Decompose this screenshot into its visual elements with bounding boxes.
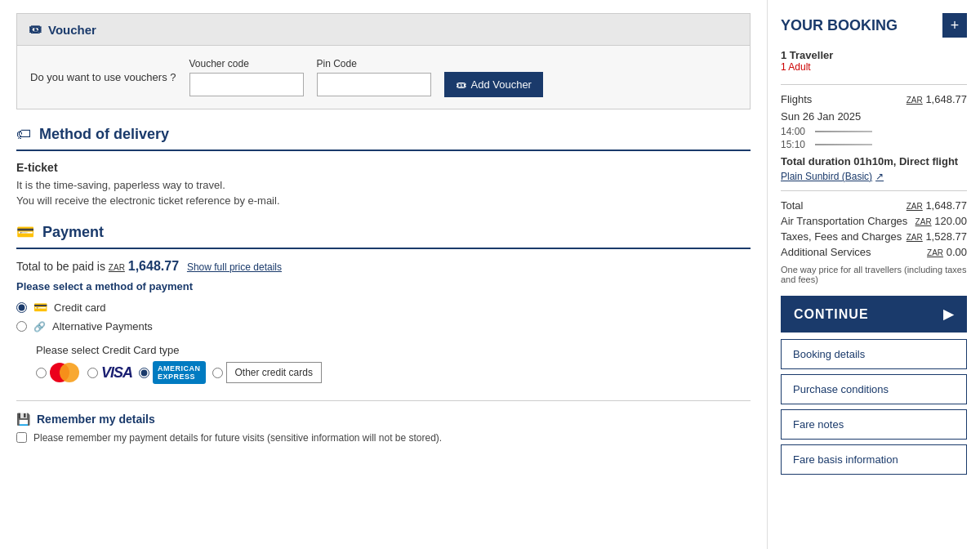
voucher-section: 🎟 Voucher Do you want to use vouchers ? … <box>16 13 751 109</box>
add-voucher-button[interactable]: 🎟 Add Voucher <box>444 72 543 97</box>
delivery-icon: 🏷 <box>16 126 31 143</box>
continue-arrow-icon: ▶ <box>943 306 954 322</box>
voucher-code-group: Voucher code <box>189 58 304 96</box>
total-val: 1,648.77 <box>925 199 967 212</box>
flight-arr-row: 15:10 <box>781 139 967 150</box>
total-price-value: ZAR 1,648.77 <box>906 199 967 212</box>
payment-title: Payment <box>42 224 104 241</box>
total-cur: ZAR <box>906 202 923 211</box>
amex-radio[interactable] <box>139 368 149 378</box>
additional-row: Additional Services ZAR 0.00 <box>781 246 967 258</box>
pin-code-group: Pin Code <box>317 58 431 96</box>
remember-row: Please remember my payment details for f… <box>16 432 751 444</box>
delivery-body: E-ticket It is the time-saving, paperles… <box>16 161 751 207</box>
fare-notes-button[interactable]: Fare notes <box>781 409 967 440</box>
eticket-desc2: You will receive the electronic ticket r… <box>16 194 751 207</box>
payment-icon: 💳 <box>16 223 34 241</box>
payment-section: 💳 Payment Total to be paid is ZAR 1,648.… <box>16 223 751 384</box>
credit-card-option: 💳 Credit card <box>16 301 751 314</box>
select-method-label: Please select a method of payment <box>16 280 751 292</box>
total-text: Total to be paid is <box>16 260 105 273</box>
flight-arr-time: 15:10 <box>781 139 812 150</box>
alt-payment-label: Alternative Payments <box>52 320 153 333</box>
remember-label: Please remember my payment details for f… <box>33 432 442 444</box>
total-currency: ZAR <box>109 263 125 272</box>
visa-logo: VISA <box>101 364 132 382</box>
traveller-type: 1 Adult <box>781 61 967 73</box>
delivery-title: Method of delivery <box>39 126 169 143</box>
taxes-val: 1,528.77 <box>925 230 967 243</box>
remember-checkbox[interactable] <box>16 432 27 443</box>
taxes-value: ZAR 1,528.77 <box>906 230 967 243</box>
total-price-label: Total <box>781 199 803 212</box>
additional-label: Additional Services <box>781 246 871 258</box>
alt-payment-option: 🔗 Alternative Payments <box>16 320 751 333</box>
mastercard-logo <box>50 362 81 383</box>
alt-payment-radio[interactable] <box>16 321 27 332</box>
booking-details-button[interactable]: Booking details <box>781 339 967 369</box>
credit-card-radio[interactable] <box>16 302 27 313</box>
flight-date: Sun 26 Jan 2025 <box>781 110 967 123</box>
other-cc-radio[interactable] <box>212 368 223 378</box>
eticket-title: E-ticket <box>16 161 751 174</box>
main-content: 🎟 Voucher Do you want to use vouchers ? … <box>0 0 768 549</box>
add-val: 0.00 <box>947 246 967 258</box>
voucher-body: Do you want to use vouchers ? Voucher co… <box>17 46 750 109</box>
other-cc-option: Other credit cards <box>212 362 322 383</box>
total-amount: 1,648.77 <box>128 259 179 273</box>
flights-currency: ZAR <box>906 96 923 105</box>
traveller-count: 1 Traveller <box>781 49 967 61</box>
flights-price-value: 1,648.77 <box>925 93 967 105</box>
purchase-conditions-button[interactable]: Purchase conditions <box>781 374 967 404</box>
external-link-icon: ↗ <box>875 171 884 182</box>
air-transport-value: ZAR 120.00 <box>915 215 967 227</box>
mc-circle-right <box>60 363 79 382</box>
payment-header: 💳 Payment <box>16 223 751 249</box>
voucher-code-input[interactable] <box>189 73 304 96</box>
credit-card-icon: 💳 <box>33 301 47 314</box>
total-price-row: Total ZAR 1,648.77 <box>781 199 967 212</box>
one-way-note: One way price for all travellers (includ… <box>781 265 967 284</box>
show-details-link[interactable]: Show full price details <box>187 261 282 273</box>
flights-row: Flights ZAR 1,648.77 <box>781 93 967 105</box>
amex-option: AMERICANEXPRESS <box>139 361 206 384</box>
divider-1 <box>781 84 967 85</box>
voucher-header: 🎟 Voucher <box>17 14 750 46</box>
total-line: Total to be paid is ZAR 1,648.77 Show fu… <box>16 259 751 274</box>
plain-sunbird-label: Plain Sunbird (Basic) <box>781 171 872 182</box>
additional-value: ZAR 0.00 <box>927 246 967 258</box>
mastercard-radio[interactable] <box>36 368 47 378</box>
sidebar-title-row: YOUR BOOKING + <box>781 13 967 38</box>
voucher-row: Do you want to use vouchers ? Voucher co… <box>30 57 737 97</box>
fare-basis-button[interactable]: Fare basis information <box>781 444 967 475</box>
delivery-header: 🏷 Method of delivery <box>16 126 751 151</box>
eticket-desc1: It is the time-saving, paperless way to … <box>16 179 751 191</box>
sidebar-plus-button[interactable]: + <box>942 13 967 38</box>
air-transport-row: Air Transportation Charges ZAR 120.00 <box>781 215 967 227</box>
flight-dep-row: 14:00 <box>781 126 967 137</box>
add-voucher-icon: 🎟 <box>456 78 466 91</box>
pricing-table: Total ZAR 1,648.77 Air Transportation Ch… <box>781 199 967 258</box>
visa-radio[interactable] <box>87 368 98 378</box>
delivery-section: 🏷 Method of delivery E-ticket It is the … <box>16 126 751 207</box>
plain-sunbird-link[interactable]: Plain Sunbird (Basic) ↗ <box>781 171 967 182</box>
voucher-title: Voucher <box>48 23 96 37</box>
remember-title: Remember my details <box>37 413 155 426</box>
pin-code-input[interactable] <box>317 73 431 96</box>
payment-options: 💳 Credit card 🔗 Alternative Payments <box>16 301 751 333</box>
other-cc-button[interactable]: Other credit cards <box>226 362 322 383</box>
air-cur: ZAR <box>915 217 932 226</box>
booking-info: 1 Traveller 1 Adult <box>781 49 967 73</box>
flight-dep-time: 14:00 <box>781 126 812 137</box>
air-val: 120.00 <box>934 215 967 227</box>
flight-dep-line <box>815 131 872 132</box>
alt-payment-icon: 🔗 <box>33 321 46 333</box>
amex-logo: AMERICANEXPRESS <box>153 361 206 384</box>
remember-header: 💾 Remember my details <box>16 413 751 426</box>
add-voucher-label: Add Voucher <box>471 78 532 91</box>
flights-price: ZAR 1,648.77 <box>906 93 967 105</box>
sidebar-title: YOUR BOOKING <box>781 17 898 34</box>
divider-2 <box>781 190 967 191</box>
continue-button[interactable]: CONTINUE ▶ <box>781 296 967 333</box>
mastercard-option <box>36 362 81 383</box>
